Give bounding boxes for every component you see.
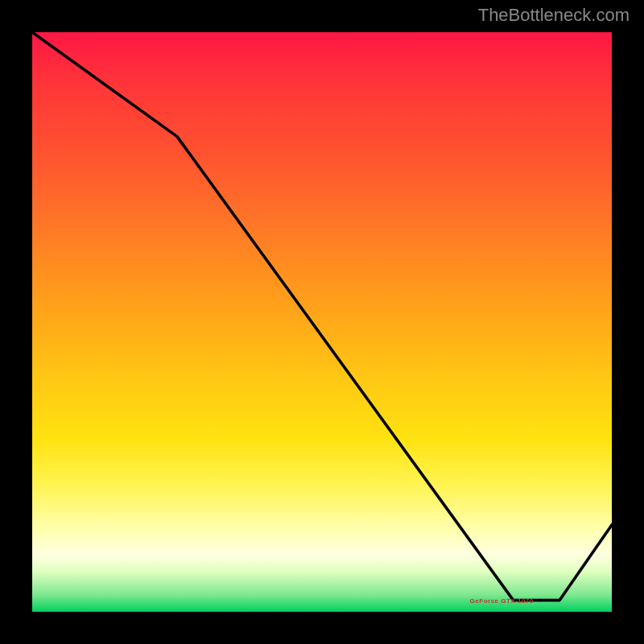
attribution-text: TheBottleneck.com <box>478 5 630 26</box>
chart-plot-area: GeForce GTX 1070 <box>32 32 612 612</box>
chart-line-svg <box>32 32 612 612</box>
annotation-optimum-label: GeForce GTX 1070 <box>470 597 534 604</box>
chart-line <box>32 32 612 601</box>
